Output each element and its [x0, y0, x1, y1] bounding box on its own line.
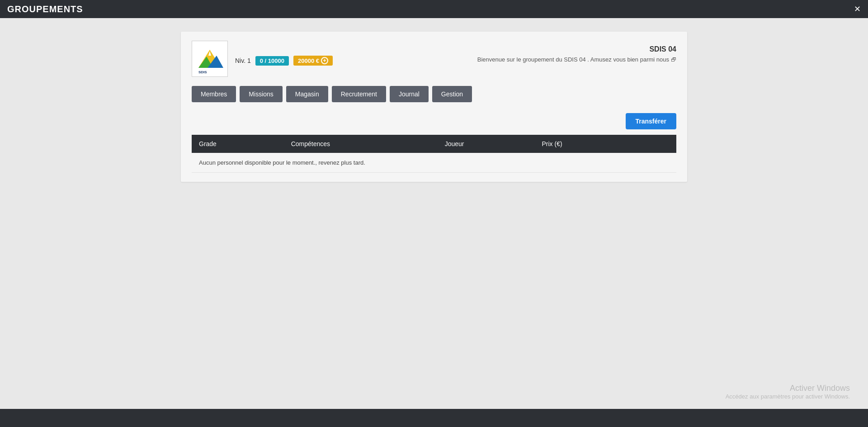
members-badge: 0 / 10000 [255, 56, 289, 66]
main-content: SDIS Alpes de Haute-Provence Niv. 1 0 / … [0, 18, 868, 195]
level-row: Niv. 1 0 / 10000 20000 € + [235, 56, 333, 66]
nav-btn-recrutement[interactable]: Recrutement [332, 86, 386, 102]
windows-notice-subtitle: Accédez aux paramètres pour activer Wind… [726, 393, 850, 400]
add-funds-icon[interactable]: + [321, 57, 328, 64]
col-prix: Prix (€) [534, 135, 634, 153]
header-left: SDIS Alpes de Haute-Provence Niv. 1 0 / … [192, 41, 333, 77]
group-card: SDIS Alpes de Haute-Provence Niv. 1 0 / … [181, 32, 687, 182]
personnel-table: Grade Compétences Joueur Prix (€) Aucun … [192, 135, 676, 173]
nav-btn-gestion[interactable]: Gestion [432, 86, 472, 102]
windows-notice-title: Activer Windows [726, 384, 850, 393]
transfer-button[interactable]: Transférer [626, 113, 676, 129]
level-label: Niv. 1 [235, 57, 251, 64]
empty-message: Aucun personnel disponible pour le momen… [192, 153, 676, 173]
header-info: Niv. 1 0 / 10000 20000 € + [235, 56, 333, 66]
col-joueur: Joueur [438, 135, 535, 153]
close-button[interactable]: ✕ [854, 4, 861, 14]
col-actions [635, 135, 676, 153]
col-competences: Compétences [284, 135, 438, 153]
balance-badge: 20000 € + [293, 56, 333, 66]
header-right: SDIS 04 Bienvenue sur le groupement du S… [477, 45, 676, 63]
group-logo: SDIS Alpes de Haute-Provence [192, 41, 228, 77]
nav-btn-magasin[interactable]: Magasin [286, 86, 328, 102]
windows-notice: Activer Windows Accédez aux paramètres p… [726, 384, 850, 400]
table-body: Aucun personnel disponible pour le momen… [192, 153, 676, 173]
top-bar: GROUPEMENTS ✕ [0, 0, 868, 18]
nav-btn-missions[interactable]: Missions [240, 86, 282, 102]
taskbar [0, 409, 868, 427]
card-header: SDIS Alpes de Haute-Provence Niv. 1 0 / … [192, 41, 676, 77]
group-name: SDIS 04 [477, 45, 676, 53]
app-title: GROUPEMENTS [7, 4, 83, 14]
group-desc-text: Bienvenue sur le groupement du SDIS 04 .… [477, 56, 669, 63]
balance-value: 20000 € [298, 57, 319, 64]
col-grade: Grade [192, 135, 284, 153]
nav-btn-journal[interactable]: Journal [390, 86, 429, 102]
table-header: Grade Compétences Joueur Prix (€) [192, 135, 676, 153]
transfer-row: Transférer [192, 113, 676, 129]
external-link-icon[interactable]: 🗗 [671, 57, 676, 63]
group-description: Bienvenue sur le groupement du SDIS 04 .… [477, 56, 676, 63]
nav-buttons: Membres Missions Magasin Recrutement Jou… [192, 86, 676, 102]
logo-svg: SDIS Alpes de Haute-Provence [194, 43, 226, 75]
nav-btn-membres[interactable]: Membres [192, 86, 236, 102]
table-header-row: Grade Compétences Joueur Prix (€) [192, 135, 676, 153]
table-row: Aucun personnel disponible pour le momen… [192, 153, 676, 173]
svg-text:SDIS: SDIS [198, 70, 207, 74]
